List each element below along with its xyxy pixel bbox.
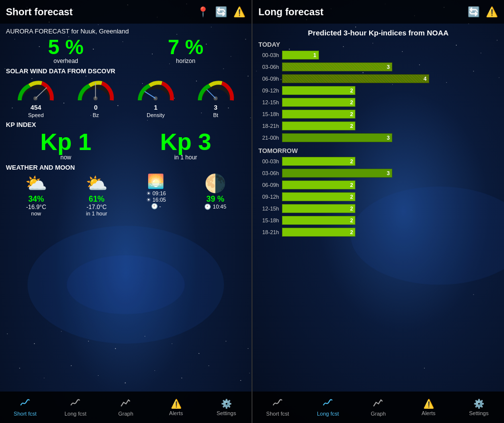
nav-right-long-fcst-label: Long fcst	[317, 411, 339, 417]
list-item: 09-12h2	[258, 191, 498, 202]
nav-settings[interactable]: ⚙️ Settings	[212, 398, 241, 416]
long-refresh-icon[interactable]: 🔄	[468, 6, 480, 18]
gauge-bz-label: Bz	[93, 112, 99, 118]
list-item: 06-09h2	[258, 180, 498, 190]
nav-right-alerts-label: Alerts	[422, 410, 436, 416]
nav-graph-label: Graph	[118, 411, 133, 417]
list-item: 12-15h2	[258, 203, 498, 214]
short-forecast-nav: Short fcst Long fcst Graph ⚠	[0, 392, 252, 423]
long-forecast-header: Long forecast 🔄 ⚠️	[252, 0, 504, 24]
nav-graph[interactable]: Graph	[111, 398, 140, 417]
short-forecast-header: Short forecast 📍 🔄 ⚠️	[0, 0, 252, 24]
nav-right-alerts-icon: ⚠️	[423, 398, 434, 409]
weather-moon: 🌗 39 % 🕙 10:45	[204, 173, 226, 210]
nav-alerts[interactable]: ⚠️ Alerts	[161, 398, 191, 416]
nav-right-long-fcst[interactable]: Long fcst	[313, 398, 343, 417]
weather-row: ⛅ 34% -16.9°C now ⛅ 61% -17.0°C in 1 hou…	[6, 173, 246, 216]
nav-alerts-icon: ⚠️	[171, 398, 182, 409]
gauge-speed-value: 454	[31, 104, 41, 111]
long-forecast-title: Long forecast	[258, 6, 323, 18]
sunrise-icon: 🌅	[147, 173, 164, 189]
sunrise-time: ☀ 09:16	[146, 190, 166, 197]
list-item: 03-06h3	[258, 61, 498, 72]
nav-right-settings-icon: ⚙️	[473, 398, 484, 409]
gauge-density-label: Density	[147, 112, 165, 118]
horizon-label: horizon	[168, 58, 203, 64]
kp-1h-value: Kp 3	[160, 130, 211, 154]
nav-right-graph[interactable]: Graph	[363, 398, 393, 417]
overhead-label: overhead	[48, 58, 84, 64]
list-item: 15-18h2	[258, 215, 498, 226]
long-forecast-panel: Long forecast 🔄 ⚠️ Predicted 3-hour Kp-i…	[252, 0, 504, 423]
nav-settings-label: Settings	[217, 410, 236, 416]
list-item: 00-03h1	[258, 50, 498, 60]
warning-icon[interactable]: ⚠️	[233, 6, 246, 18]
weather-1h-icon: ⛅	[86, 173, 108, 194]
kp-1h-item: Kp 3 in 1 hour	[160, 130, 211, 161]
today-label: TODAY	[258, 41, 500, 48]
nav-long-fcst-label: Long fcst	[64, 411, 87, 417]
nav-short-fcst-label: Short fcst	[14, 411, 36, 417]
nav-right-alerts[interactable]: ⚠️ Alerts	[414, 398, 443, 416]
kp-now-value: Kp 1	[40, 130, 92, 154]
tomorrow-label: TOMORROW	[258, 147, 500, 154]
moon-percent: 39 %	[206, 195, 224, 204]
weather-now-temp: -16.9°C	[26, 204, 46, 211]
percent-row: 5 % overhead 7 % horizon	[6, 37, 246, 64]
moon-time: 🕙 -	[151, 203, 161, 210]
kp-1h-label: in 1 hour	[160, 154, 211, 161]
moon-time2: 🕙 10:45	[204, 204, 226, 210]
list-item: 09-12h2	[258, 85, 498, 96]
list-item: 00-03h2	[258, 156, 498, 167]
svg-line-68	[145, 91, 156, 98]
nav-long-fcst[interactable]: Long fcst	[61, 398, 90, 417]
gauge-speed-label: Speed	[28, 112, 44, 118]
gauge-density-value: 1	[154, 104, 158, 111]
overhead-item: 5 % overhead	[48, 37, 84, 64]
refresh-icon[interactable]: 🔄	[215, 6, 227, 18]
nav-long-fcst-icon	[70, 398, 81, 410]
nav-right-short-fcst[interactable]: Short fcst	[263, 398, 292, 417]
nav-right-long-fcst-icon	[322, 398, 333, 410]
weather-1h-sublabel: in 1 hour	[86, 211, 107, 216]
nav-right-graph-icon	[373, 398, 383, 410]
nav-right-short-fcst-label: Short fcst	[266, 411, 289, 417]
weather-now-icon: ⛅	[25, 173, 47, 194]
gauge-bz-value: 0	[94, 104, 97, 111]
weather-1h: ⛅ 61% -17.0°C in 1 hour	[86, 173, 108, 216]
nav-right-graph-label: Graph	[371, 411, 386, 417]
gauges-row: 454 Speed 0	[6, 77, 246, 118]
today-list: 00-03h103-06h306-09h409-12h212-15h215-18…	[256, 50, 500, 143]
list-item: 18-21h2	[258, 227, 498, 238]
weather-label: WEATHER AND MOON	[6, 164, 246, 171]
gauge-bt-label: Bt	[213, 112, 218, 118]
list-item: 06-09h4	[258, 73, 498, 84]
kp-row: Kp 1 now Kp 3 in 1 hour	[6, 130, 246, 161]
weather-now-percent: 34%	[28, 195, 44, 204]
long-warning-icon[interactable]: ⚠️	[486, 6, 498, 18]
weather-sun: 🌅 ☀ 09:16 ☀ 16:05 🕙 -	[146, 173, 166, 210]
nav-right-settings-label: Settings	[469, 410, 489, 416]
list-item: 18-21h2	[258, 121, 498, 131]
horizon-value: 7 %	[168, 37, 203, 58]
kp-now-label: now	[40, 154, 92, 161]
long-forecast-nav: Short fcst Long fcst Graph ⚠	[252, 392, 504, 423]
moon-icon: 🌗	[204, 173, 226, 194]
list-item: 03-06h3	[258, 168, 498, 179]
weather-now: ⛅ 34% -16.9°C now	[25, 173, 47, 216]
nav-short-fcst-icon	[20, 398, 31, 410]
nav-graph-icon	[120, 398, 131, 410]
solar-wind-label: SOLAR WIND DATA FROM DSCOVR	[6, 67, 246, 75]
nav-settings-icon: ⚙️	[221, 398, 232, 409]
gauge-speed: 454 Speed	[15, 77, 57, 118]
short-forecast-panel: Short forecast 📍 🔄 ⚠️ AURORA FORECAST fo…	[0, 0, 252, 423]
nav-right-short-fcst-icon	[272, 398, 283, 410]
sunset-time: ☀ 16:05	[146, 197, 166, 203]
location-icon[interactable]: 📍	[197, 6, 209, 18]
list-item: 15-18h2	[258, 109, 498, 120]
location-label: AURORA FORECAST for Nuuk, Greenland	[6, 28, 246, 35]
nav-right-settings[interactable]: ⚙️ Settings	[464, 398, 494, 416]
nav-short-fcst[interactable]: Short fcst	[10, 398, 40, 417]
short-forecast-title: Short forecast	[6, 6, 73, 18]
weather-1h-percent: 61%	[89, 195, 104, 204]
